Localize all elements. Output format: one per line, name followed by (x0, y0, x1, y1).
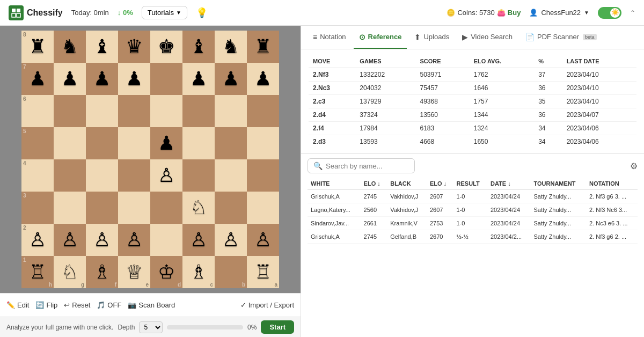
game-row[interactable]: Sindarov,Jav...2661Kramnik,V27531-02023/… (308, 217, 638, 230)
search-box[interactable]: 🔍 (308, 158, 415, 173)
ref-row[interactable]: 2.Nc3204032754571646362023/04/10 (308, 82, 637, 95)
board-cell-e5[interactable] (118, 127, 150, 159)
buy-button[interactable]: Buy (508, 9, 521, 17)
board-cell-a5[interactable] (247, 127, 279, 159)
board-cell-b3[interactable] (215, 192, 247, 224)
board-cell-h3[interactable]: 3 (21, 192, 54, 224)
import-export-button[interactable]: ✓ Import / Export (240, 301, 294, 309)
board-cell-a7[interactable]: ♟ (247, 63, 279, 95)
board-cell-h1[interactable]: 1h♖ (21, 256, 54, 288)
board-cell-g2[interactable]: ♙ (54, 224, 86, 256)
board-cell-g8[interactable]: ♞ (54, 31, 86, 63)
board-cell-d2[interactable] (150, 224, 182, 256)
board-cell-e7[interactable]: ♟ (118, 63, 150, 95)
board-cell-f7[interactable]: ♟ (86, 63, 118, 95)
board-cell-a6[interactable] (247, 95, 279, 127)
board-cell-a1[interactable]: a♖ (247, 256, 279, 288)
board-cell-c7[interactable]: ♟ (182, 63, 215, 95)
game-row[interactable]: Lagno,Katery...2560Vakhidov,J26071-02023… (308, 203, 638, 217)
board-cell-g7[interactable]: ♟ (54, 63, 86, 95)
board-cell-g5[interactable] (54, 127, 86, 159)
tab-video-search[interactable]: ▶Video Search (457, 26, 518, 49)
tab-uploads[interactable]: ⬆Uploads (409, 26, 455, 49)
board-cell-e4[interactable] (118, 159, 150, 192)
lightbulb-icon[interactable]: 💡 (196, 7, 208, 19)
board-cell-c8[interactable]: ♝ (182, 31, 215, 63)
board-cell-g1[interactable]: g♘ (54, 256, 86, 288)
tutorials-button[interactable]: Tutorials ▼ (142, 6, 187, 19)
board-cell-a2[interactable]: ♙ (247, 224, 279, 256)
reset-button[interactable]: ↩ Reset (64, 301, 90, 309)
board-cell-b8[interactable]: ♞ (215, 31, 247, 63)
board-cell-c5[interactable] (182, 127, 215, 159)
game-row[interactable]: Grischuk,A2745Vakhidov,J26071-02023/04/2… (308, 190, 638, 203)
board-cell-b2[interactable]: ♙ (215, 224, 247, 256)
board-cell-g6[interactable] (54, 95, 86, 127)
board-cell-d8[interactable]: ♚ (150, 31, 182, 63)
board-cell-b6[interactable] (215, 95, 247, 127)
board-cell-a8[interactable]: ♜ (247, 31, 279, 63)
scan-board-button[interactable]: 📷 Scan Board (128, 301, 175, 309)
board-cell-c6[interactable] (182, 95, 215, 127)
ref-row[interactable]: 2.d31359346681650342023/04/06 (308, 135, 637, 149)
game-row[interactable]: Grischuk,A2745Gelfand,B2670½-½2023/04/2.… (308, 230, 638, 244)
board-cell-c3[interactable]: ♘ (182, 192, 215, 224)
board-cell-g3[interactable] (54, 192, 86, 224)
ref-col-score: SCORE (416, 54, 470, 68)
ref-row[interactable]: 2.d437324135601344362023/04/07 (308, 108, 637, 122)
board-cell-a3[interactable] (247, 192, 279, 224)
filter-icon[interactable]: ⚙ (630, 161, 638, 171)
theme-toggle[interactable]: ☀️ (598, 7, 621, 19)
sound-button[interactable]: 🎵 OFF (97, 301, 121, 309)
board-cell-h6[interactable]: 6 (21, 95, 54, 127)
board-cell-d7[interactable] (150, 63, 182, 95)
board-cell-e2[interactable]: ♙ (118, 224, 150, 256)
ref-row[interactable]: 2.c3137929493681757352023/04/10 (308, 95, 637, 108)
user-area[interactable]: 👤 ChessFun22 ▼ (529, 9, 589, 17)
board-cell-f8[interactable]: ♝ (86, 31, 118, 63)
board-cell-f4[interactable] (86, 159, 118, 192)
board-cell-f6[interactable] (86, 95, 118, 127)
board-cell-e3[interactable] (118, 192, 150, 224)
board-cell-f5[interactable] (86, 127, 118, 159)
board-cell-d1[interactable]: d♔ (150, 256, 182, 288)
ref-row[interactable]: 2.Nf313322025039711762372023/04/10 (308, 68, 637, 82)
board-cell-f1[interactable]: f♗ (86, 256, 118, 288)
board-cell-c2[interactable]: ♙ (182, 224, 215, 256)
edit-button[interactable]: ✏️ Edit (6, 301, 29, 309)
games-table-wrap[interactable]: WHITEELO ↓BLACKELO ↓RESULTDATE ↓TOURNAME… (308, 178, 638, 337)
board-cell-b5[interactable] (215, 127, 247, 159)
collapse-icon[interactable]: ⌃ (630, 9, 635, 17)
board-cell-f3[interactable] (86, 192, 118, 224)
board-cell-c1[interactable]: c♗ (182, 256, 215, 288)
ref-row[interactable]: 2.f41798461831324342023/04/06 (308, 122, 637, 135)
search-input[interactable] (326, 162, 409, 170)
board-cell-e6[interactable] (118, 95, 150, 127)
flip-button[interactable]: 🔄 Flip (35, 301, 57, 309)
board-cell-d6[interactable] (150, 95, 182, 127)
board-cell-b1[interactable]: b (215, 256, 247, 288)
board-cell-h5[interactable]: 5 (21, 127, 54, 159)
tab-notation[interactable]: ≡Notation (308, 26, 352, 49)
board-cell-g4[interactable] (54, 159, 86, 192)
board-cell-d5[interactable]: ♟ (150, 127, 182, 159)
board-cell-d3[interactable] (150, 192, 182, 224)
depth-select[interactable]: 5101520 (139, 321, 163, 333)
board-cell-b7[interactable]: ♟ (215, 63, 247, 95)
board-cell-c4[interactable] (182, 159, 215, 192)
board-cell-a4[interactable] (247, 159, 279, 192)
board-cell-h4[interactable]: 4 (21, 159, 54, 192)
chess-piece: ♜ (254, 37, 272, 56)
board-cell-e8[interactable]: ♛ (118, 31, 150, 63)
chess-board[interactable]: 8♜♞♝♛♚♝♞♜7♟♟♟♟♟♟♟65♟4♙3♘2♙♙♙♙♙♙♙1h♖g♘f♗e… (21, 31, 279, 288)
board-cell-h8[interactable]: 8♜ (21, 31, 54, 63)
board-cell-b4[interactable] (215, 159, 247, 192)
board-cell-f2[interactable]: ♙ (86, 224, 118, 256)
start-button[interactable]: Start (261, 320, 294, 334)
tab-pdf-scanner[interactable]: 📄PDF Scannerbeta (520, 26, 602, 49)
board-cell-h2[interactable]: 2♙ (21, 224, 54, 256)
tab-reference[interactable]: ⊙Reference (354, 26, 407, 49)
board-cell-d4[interactable]: ♙ (150, 159, 182, 192)
board-cell-e1[interactable]: e♕ (118, 256, 150, 288)
board-cell-h7[interactable]: 7♟ (21, 63, 54, 95)
